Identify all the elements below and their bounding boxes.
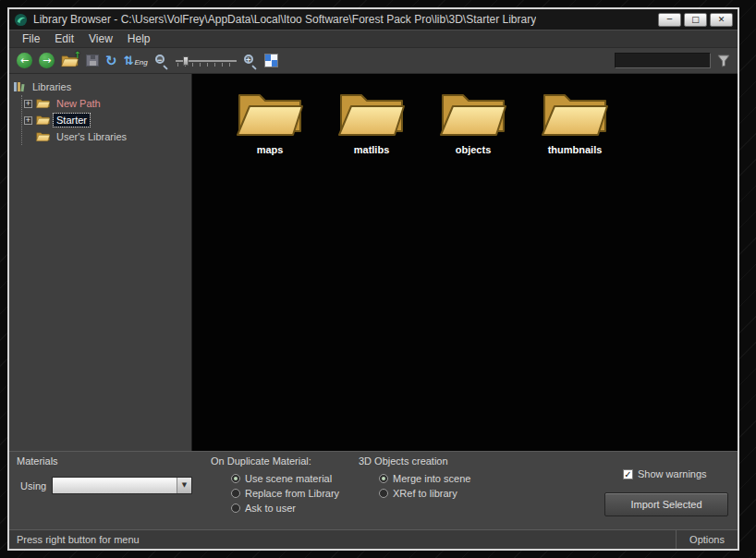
folder-label: objects xyxy=(456,144,492,155)
minimize-button[interactable]: ─ xyxy=(658,13,681,27)
using-label: Using xyxy=(20,480,46,491)
chevron-down-icon[interactable]: ▼ xyxy=(177,478,191,493)
radio-icon[interactable] xyxy=(379,474,388,483)
folder-icon xyxy=(338,89,405,139)
folder-view: maps matlibs objects thumbnails xyxy=(192,74,738,451)
zoom-in-icon: + xyxy=(244,55,253,64)
sidebar-item-libraries[interactable]: Libraries xyxy=(13,79,191,95)
close-button[interactable]: ✕ xyxy=(710,13,733,27)
tree-label-starter: Starter xyxy=(54,114,90,127)
material-preview-button[interactable] xyxy=(264,54,278,67)
radio-merge-into-scene[interactable]: Merge into scene xyxy=(379,473,470,484)
up-folder-button[interactable]: ↑ xyxy=(61,53,79,68)
objects-creation-title: 3D Objects creation xyxy=(359,455,448,467)
folder-label: thumbnails xyxy=(548,144,603,155)
folder-icon xyxy=(36,98,50,109)
folder-icon xyxy=(542,89,608,139)
radio-icon[interactable] xyxy=(231,489,240,498)
toolbar: ← → ↑ ↻ ⇅ Eng − + xyxy=(9,48,738,74)
folder-icon xyxy=(237,89,303,139)
sidebar-item-starter[interactable]: + Starter xyxy=(24,112,191,128)
expand-icon[interactable]: + xyxy=(24,100,32,108)
menu-edit[interactable]: Edit xyxy=(47,30,81,47)
tree-label-libraries: Libraries xyxy=(30,80,74,93)
options-button[interactable]: Options xyxy=(676,530,738,549)
save-button[interactable] xyxy=(86,55,99,67)
folder-objects[interactable]: objects xyxy=(438,89,508,155)
thumbnail-size-slider[interactable] xyxy=(176,55,237,67)
tree-label-new-path: New Path xyxy=(54,97,104,110)
tree-children: + New Path + Starter xyxy=(21,95,191,145)
search-input[interactable] xyxy=(615,53,711,68)
radio-icon[interactable] xyxy=(231,474,240,483)
menu-bar: File Edit View Help xyxy=(9,30,738,48)
radio-label: Replace from Library xyxy=(245,488,339,499)
objects-creation-options: Merge into scene XRef to library xyxy=(379,473,470,499)
radio-label: Use scene material xyxy=(245,473,332,484)
checkbox-icon[interactable]: ✓ xyxy=(623,469,633,479)
radio-label: XRef to library xyxy=(393,488,457,499)
expand-icon[interactable]: + xyxy=(24,116,32,125)
materials-section-title: Materials xyxy=(17,455,58,467)
radio-use-scene-material[interactable]: Use scene material xyxy=(231,473,339,484)
tree-label-users-libraries: User's Libraries xyxy=(54,130,129,143)
status-message: Press right button for menu xyxy=(9,534,676,545)
folder-label: maps xyxy=(257,144,284,155)
window-controls: ─ □ ✕ xyxy=(658,13,733,27)
zoom-out-button[interactable]: − xyxy=(154,54,169,68)
show-warnings-label: Show warnings xyxy=(638,468,707,479)
main-area: Libraries + New Path + Starter xyxy=(9,74,738,451)
show-warnings-option[interactable]: ✓ Show warnings xyxy=(623,468,707,479)
libraries-icon xyxy=(13,80,26,93)
folder-icon xyxy=(36,131,50,142)
folder-icon xyxy=(440,89,506,139)
folder-icon xyxy=(36,115,50,126)
import-selected-button[interactable]: Import Selected xyxy=(604,492,728,516)
status-bar: Press right button for menu Options xyxy=(9,529,738,549)
radio-ask-to-user[interactable]: Ask to user xyxy=(231,503,339,514)
maximize-button[interactable]: □ xyxy=(684,13,707,27)
titlebar: Library Browser - C:\Users\VolFrey\AppDa… xyxy=(9,9,738,30)
folder-label: matlibs xyxy=(354,144,390,155)
window-title: Library Browser - C:\Users\VolFrey\AppDa… xyxy=(33,13,536,26)
library-browser-window: Library Browser - C:\Users\VolFrey\AppDa… xyxy=(7,7,739,551)
menu-file[interactable]: File xyxy=(15,30,47,47)
radio-xref-to-library[interactable]: XRef to library xyxy=(379,488,470,499)
duplicate-material-options: Use scene material Replace from Library … xyxy=(231,473,339,514)
zoom-out-icon: − xyxy=(155,55,165,64)
refresh-button[interactable]: ↻ xyxy=(105,54,117,68)
sort-icon: ⇅ xyxy=(124,54,134,67)
sidebar-item-users-libraries[interactable]: User's Libraries xyxy=(24,128,191,145)
sidebar-item-new-path[interactable]: + New Path xyxy=(24,95,191,112)
import-panel: Materials On Duplicate Material: 3D Obje… xyxy=(9,451,738,529)
filter-icon[interactable] xyxy=(717,55,730,67)
radio-icon[interactable] xyxy=(231,503,240,513)
zoom-in-button[interactable]: + xyxy=(243,54,258,68)
duplicate-material-title: On Duplicate Material: xyxy=(211,455,311,467)
radio-replace-from-library[interactable]: Replace from Library xyxy=(231,488,339,499)
folder-maps[interactable]: maps xyxy=(235,89,305,155)
material-library-combobox[interactable]: ▼ xyxy=(52,477,192,494)
folder-matlibs[interactable]: matlibs xyxy=(336,89,407,155)
up-arrow-icon: ↑ xyxy=(74,50,81,60)
radio-label: Merge into scene xyxy=(393,473,470,484)
forward-button[interactable]: → xyxy=(39,53,55,68)
app-icon xyxy=(14,13,28,27)
library-tree: Libraries + New Path + Starter xyxy=(9,74,192,451)
sort-mode-label: Eng xyxy=(134,58,147,67)
folder-thumbnails[interactable]: thumbnails xyxy=(540,89,610,155)
radio-icon[interactable] xyxy=(379,489,388,498)
slider-handle[interactable] xyxy=(183,56,189,66)
menu-help[interactable]: Help xyxy=(120,30,158,47)
back-button[interactable]: ← xyxy=(17,53,32,68)
radio-label: Ask to user xyxy=(245,503,296,514)
menu-view[interactable]: View xyxy=(81,30,120,47)
sort-button[interactable]: ⇅ Eng xyxy=(124,54,148,67)
